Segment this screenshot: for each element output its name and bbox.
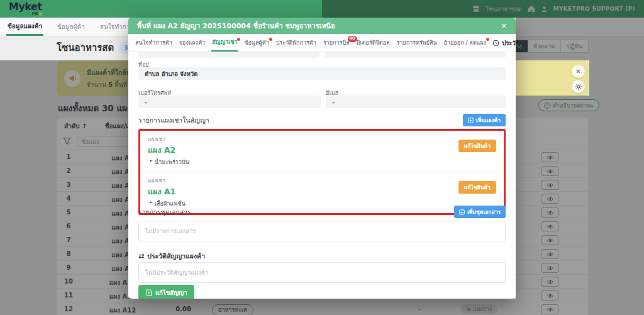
address-field[interactable]: ตำบล อำเภอ จังหวัด (138, 67, 506, 80)
modal-tab[interactable]: สัญญาเช่า (211, 34, 238, 52)
close-icon: ✕ (501, 22, 507, 30)
alert-settings-button[interactable] (572, 80, 585, 93)
document-edit-icon (146, 289, 152, 296)
add-document-set-button[interactable]: เพิ่มชุดเอกสาร (454, 206, 506, 218)
plus-icon (459, 209, 465, 215)
gear-icon (575, 83, 582, 91)
contract-history-empty-state: ไม่มีประวัติสัญญาแผงค้า (138, 262, 506, 283)
documents-empty-state: ไม่มีรายการเอกสาร (138, 221, 506, 241)
highlighted-rental-items: แผงเช่า แผง A2 น้ำมะพร้าวปั่น แก้ไขสินค้… (138, 129, 506, 215)
plus-icon (468, 118, 474, 123)
contract-modal: พื้นที่ แผง A2 สัญญา 2025100004 ชื่อร้าน… (128, 18, 516, 299)
notification-dot-icon (269, 38, 272, 41)
modal-tab[interactable]: จองแผงค้า (179, 34, 206, 52)
modal-backdrop (128, 299, 516, 315)
modal-tab-bar: สนใจทำการค้า จองแผงค้า สัญญาเช่า (128, 34, 516, 52)
modal-header: พื้นที่ แผง A2 สัญญา 2025100004 ชื่อร้าน… (128, 18, 516, 34)
modal-title: พื้นที่ แผง A2 สัญญา 2025100004 ชื่อร้าน… (137, 20, 335, 31)
nav-tab[interactable]: ข้อมูลแผงค้า (6, 18, 43, 36)
modal-tab[interactable]: ข้อมูลผู้ค้า (243, 34, 269, 52)
scrolled-fields (138, 52, 506, 58)
rental-item: แผงเช่า แผง A2 น้ำมะพร้าวปั่น แก้ไขสินค้… (140, 131, 504, 172)
edit-product-button[interactable]: แก้ไขสินค้า (458, 181, 496, 194)
rental-section-title: รายการแผงเช่าในสัญญา (138, 115, 209, 126)
modal-backdrop (516, 96, 644, 315)
rental-type-label: แผงเช่า (148, 135, 496, 143)
swap-icon: ⇄ (138, 252, 144, 260)
modal-tab[interactable]: รายการบิล 40 (323, 34, 350, 52)
app-root: Myket PR โซนอาหารสด MYKETPRO SUPPORT (P)… (0, 0, 644, 315)
contract-history-title: ประวัติสัญญาแผงค้า (147, 251, 205, 262)
add-stall-button[interactable]: เพิ่มแผงค้า (463, 114, 506, 126)
modal-tab[interactable]: มิเตอร์ดิจิตอล (356, 34, 391, 52)
modal-backdrop (589, 60, 644, 96)
phone-field[interactable]: - (138, 96, 321, 108)
brand-sub-label: PR (32, 12, 38, 16)
brand-logo[interactable]: Myket PR (9, 2, 42, 16)
pro-dot-icon (39, 13, 42, 16)
rental-type-label: แผงเช่า (148, 176, 496, 185)
stall-history-link[interactable]: ประวัติแผง (492, 34, 516, 52)
documents-section-title: รายการชุดเอกสาร (138, 207, 191, 218)
modal-backdrop (516, 18, 644, 60)
modal-tab[interactable]: รายการทรัพย์สิน (396, 34, 438, 52)
modal-backdrop (0, 60, 128, 315)
modal-body: ที่อยู่ ตำบล อำเภอ จังหวัด เบอร์โทรศัพท์… (138, 52, 506, 299)
page-title: โซนอาหารสด (57, 40, 114, 55)
modal-close-button[interactable]: ✕ (501, 22, 507, 30)
edit-product-button[interactable]: แก้ไขสินค้า (458, 140, 496, 152)
edit-contract-button[interactable]: แก้ไขสัญญา (138, 285, 194, 299)
email-field[interactable]: - (326, 96, 506, 108)
rental-stall-name: แผง A1 (148, 185, 496, 198)
notification-dot-icon (237, 38, 240, 41)
nav-tab[interactable]: ข้อมูลผู้ค้า (56, 18, 86, 36)
modal-backdrop (322, 0, 644, 18)
rental-product: น้ำมะพร้าวปั่น (148, 158, 496, 167)
close-icon: ✕ (575, 68, 580, 75)
notification-dot-icon (486, 38, 489, 41)
modal-tab[interactable]: สนใจทำการค้า (135, 34, 173, 52)
history-clock-icon (492, 40, 499, 47)
brand-name: Myket (9, 2, 42, 12)
rental-stall-name: แผง A2 (148, 144, 496, 157)
modal-tab[interactable]: ย้ายออก / ลดแผง (443, 34, 487, 52)
alert-close-button[interactable]: ✕ (572, 65, 585, 78)
modal-tab[interactable]: ประวัติพักการค้า (275, 34, 317, 52)
